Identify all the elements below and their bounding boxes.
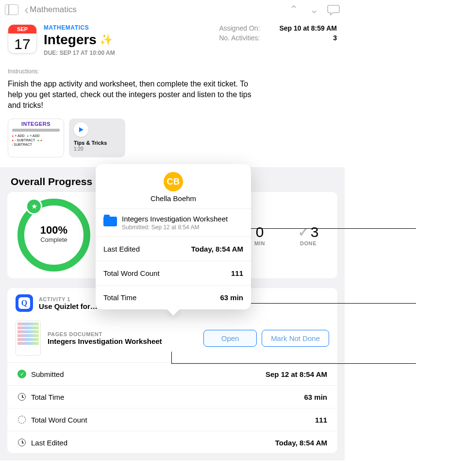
- popover-file-title: Integers Investigation Worksheet: [122, 215, 228, 223]
- callout-line: [251, 303, 416, 304]
- done-label: DONE: [300, 240, 316, 246]
- popover-time-value: 63 min: [220, 293, 243, 302]
- back-button[interactable]: ‹ Mathematics: [24, 5, 77, 15]
- subject-label: MATHEMATICS: [44, 24, 115, 31]
- word-count-value: 111: [315, 416, 327, 424]
- chevron-left-icon: ‹: [24, 5, 29, 14]
- page-title: Integers: [44, 32, 97, 48]
- progress-percent: 100%: [40, 225, 67, 235]
- media-duration: 1:20: [74, 146, 120, 152]
- checkmark-icon: ✓: [298, 225, 309, 240]
- open-button[interactable]: Open: [203, 330, 257, 347]
- popover-edited-label: Last Edited: [103, 245, 140, 253]
- document-overline: PAGES DOCUMENT: [48, 331, 162, 337]
- callout-line: [171, 352, 172, 363]
- progress-complete-label: Complete: [40, 235, 67, 245]
- popover-file-subtitle: Submitted: Sep 12 at 8:54 AM: [122, 224, 228, 231]
- media-title: Tips & Tricks: [74, 140, 120, 146]
- student-progress-popover: CB Chella Boehm Integers Investigation W…: [96, 164, 251, 309]
- calendar-month: SEP: [8, 25, 36, 34]
- popover-words-label: Total Word Count: [103, 269, 160, 277]
- folder-icon: [103, 215, 117, 226]
- activities-count-label: No. Activities:: [219, 34, 260, 42]
- word-count-label: Total Word Count: [31, 416, 87, 424]
- instructions-text: Finish the app activity and worksheet, t…: [0, 77, 262, 119]
- sidebar-toggle-icon[interactable]: [5, 4, 18, 15]
- attachment-poster[interactable]: INTEGERS ●+ ADD ●+ ADD ●- SUBTRACT ●●- S…: [8, 119, 64, 157]
- svg-marker-0: [79, 127, 83, 132]
- chevron-down-icon[interactable]: ⌄: [307, 3, 321, 16]
- clock-icon: [18, 393, 26, 401]
- popover-words-value: 111: [231, 269, 243, 277]
- student-name: Chella Boehm: [150, 194, 196, 203]
- assigned-on-value: Sep 10 at 8:59 AM: [279, 24, 337, 32]
- popover-time-label: Total Time: [103, 293, 136, 302]
- popover-edited-value: Today, 8:54 AM: [191, 245, 243, 253]
- callout-line: [251, 228, 416, 229]
- chevron-up-icon[interactable]: ⌃: [286, 3, 301, 16]
- assigned-on-label: Assigned On:: [219, 24, 260, 32]
- attachment-audio[interactable]: Tips & Tricks 1:20: [69, 119, 125, 157]
- chat-icon[interactable]: [327, 4, 340, 16]
- document-thumbnail[interactable]: [16, 321, 41, 356]
- activity-overline: ACTIVITY 1: [39, 296, 98, 302]
- clock-icon: [18, 439, 26, 446]
- total-time-value: 63 min: [304, 393, 327, 401]
- last-edited-label: Last Edited: [31, 439, 67, 447]
- min-value: 0: [256, 224, 264, 240]
- sparkle-icon: ✨: [100, 34, 113, 46]
- quizlet-app-icon: Q: [16, 294, 33, 312]
- last-edited-value: Today, 8:54 AM: [275, 439, 327, 447]
- callout-line: [171, 363, 416, 364]
- submitted-value: Sep 12 at 8:54 AM: [266, 370, 327, 378]
- calendar-day: 17: [14, 34, 30, 53]
- instructions-label: Instructions:: [0, 58, 345, 77]
- activities-count-value: 3: [333, 34, 337, 42]
- poster-title: INTEGERS: [11, 121, 61, 127]
- min-label: MIN: [254, 240, 265, 246]
- due-text: DUE: SEP 17 AT 10:00 AM: [44, 50, 115, 56]
- progress-ring: ★ 100% Complete: [17, 199, 90, 272]
- total-time-label: Total Time: [31, 393, 64, 401]
- progress-done-metric: ✓3 DONE: [291, 224, 325, 246]
- gear-icon: [18, 416, 26, 424]
- back-label: Mathematics: [30, 5, 76, 15]
- done-value: 3: [311, 224, 319, 240]
- submitted-label: Submitted: [31, 370, 64, 378]
- check-circle-icon: ✓: [17, 370, 26, 378]
- document-name: Integers Investigation Worksheet: [48, 337, 162, 345]
- due-date-calendar-icon: SEP 17: [8, 24, 37, 53]
- play-icon: [74, 122, 88, 137]
- mark-not-done-button[interactable]: Mark Not Done: [262, 330, 329, 347]
- avatar: CB: [164, 172, 183, 191]
- activity-name: Use Quizlet for…: [39, 302, 98, 310]
